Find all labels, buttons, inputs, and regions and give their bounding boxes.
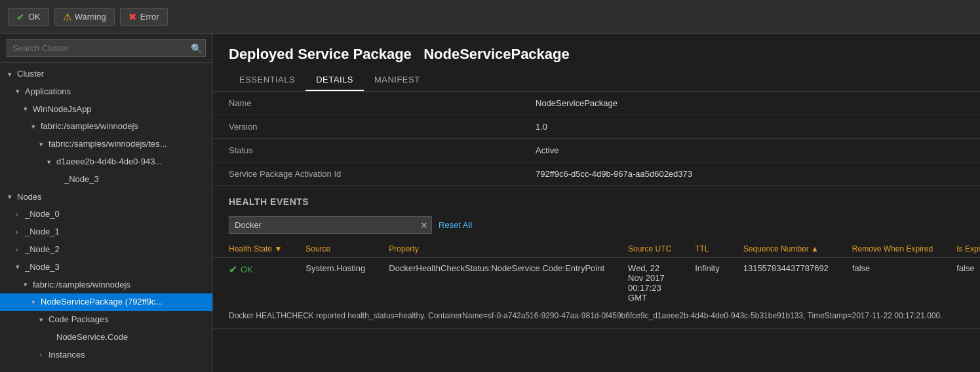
sort-arrow: ▲ [811,244,819,253]
reset-all-link[interactable]: Reset All [439,220,472,230]
tree-item-node3label[interactable]: _Node_3 [0,171,212,189]
health-table: Health State ▼SourcePropertySource UTCTT… [213,240,980,329]
content-area: Deployed Service Package NodeServicePack… [213,34,980,372]
detail-value: Active [520,139,980,162]
tree-item-label: Nodes [17,191,212,204]
tree-item-nodeServiceCode[interactable]: NodeService.Code [0,329,212,346]
health-events-title: HEALTH EVENTS [213,186,980,212]
tree-item-label: NodeServicePackage (792ff9c... [41,295,212,309]
tree-item-label: NodeService.Code [56,331,212,344]
details-row: Service Package Activation Id792ff9c6-d5… [213,162,980,186]
sort-arrow: ▼ [274,244,282,253]
tree-item-applications[interactable]: ▾Applications [0,83,212,101]
tree-item-label: _Node_2 [25,243,212,257]
tree-item-fabricSamplesWinnodejsTes[interactable]: ▾fabric:/samples/winnodejs/tes... [0,136,212,153]
chevron-icon: ▾ [16,86,25,98]
chevron-icon: ▾ [16,261,25,273]
tree-item-label: _Node_0 [25,208,212,221]
chevron-icon: ▾ [8,69,17,81]
detail-label: Version [213,115,520,139]
ok-label: OK [28,12,41,22]
chevron-icon: › [16,244,25,256]
topbar: ✔ OK ⚠ Warning ✖ Error [0,0,980,34]
tree-item-node1[interactable]: ›_Node_1 [0,223,212,241]
detail-label: Service Package Activation Id [213,162,520,186]
error-label: Error [140,12,159,22]
search-icon: 🔍 [191,43,202,54]
tree-item-label: fabric:/samples/winnodejs/tes... [49,138,212,151]
chevron-icon: ▾ [24,279,33,291]
tree-item-fabricSamplesWinnodejsNode3[interactable]: ▾fabric:/samples/winnodejs [0,276,212,294]
health-state-cell: ✔ OK [213,258,290,308]
page-title: Deployed Service Package NodeServicePack… [229,46,964,63]
tab-details[interactable]: DETAILS [305,69,364,91]
details-row: Version1.0 [213,115,980,139]
chevron-icon: › [16,209,25,221]
sequence-number-cell: 131557834437787692 [728,258,836,308]
ok-icon: ✔ [16,11,25,23]
error-button[interactable]: ✖ Error [120,8,168,26]
tree-item-nodeServicePackage[interactable]: ▾NodeServicePackage (792ff9c... [0,293,212,311]
error-icon: ✖ [128,11,137,23]
tree-item-node2[interactable]: ›_Node_2 [0,241,212,259]
details-row: StatusActive [213,139,980,162]
tree-item-instances[interactable]: ›Instances [0,346,212,364]
health-col-health-state[interactable]: Health State ▼ [213,240,290,258]
tree-item-label: d1aeee2b-4d4b-4de0-943... [56,155,212,169]
ok-circle-icon: ✔ [229,263,237,276]
tree-item-cluster[interactable]: ▾Cluster [0,65,212,83]
chevron-icon: › [16,227,25,238]
tree-item-label: _Node_1 [25,225,212,239]
health-description-row: Docker HEALTHCHECK reported health_statu… [213,308,980,329]
chevron-icon: ▾ [47,157,56,168]
tree-item-label: _Node_3 [25,261,212,274]
property-cell: DockerHealthCheckStatus:NodeService.Code… [373,258,612,308]
health-ok-badge: ✔ OK [229,263,282,276]
search-input-wrap: 🔍 [7,39,206,57]
search-input[interactable] [7,39,206,57]
tree-item-fabricSamplesWinnodejs[interactable]: ▾fabric:/samples/winnodejs [0,118,212,136]
chevron-icon: ▾ [31,121,41,133]
tree-item-label: Code Packages [49,313,212,327]
tree-item-node0[interactable]: ›_Node_0 [0,206,212,223]
tree-item-label: Cluster [17,67,212,81]
ok-button[interactable]: ✔ OK [8,8,49,26]
tree-item-codePackages[interactable]: ▾Code Packages [0,311,212,329]
health-col-sequence-number[interactable]: Sequence Number ▲ [728,240,836,258]
filter-row: ✕ Reset All [213,212,980,240]
tree-item-label: fabric:/samples/winnodejs [33,278,212,292]
health-col-remove-when-expired: Remove When Expired [836,240,941,258]
tree: ▾Cluster▾Applications▾WinNodeJsApp▾fabri… [0,63,212,372]
is-expired-cell: false [941,258,980,308]
source-cell: System.Hosting [290,258,373,308]
warning-button[interactable]: ⚠ Warning [54,8,115,26]
chevron-icon: ▾ [39,314,49,326]
filter-input-wrap: ✕ [229,216,432,234]
title-name: NodeServicePackage [423,46,570,62]
filter-input[interactable] [229,216,432,234]
detail-value: NodeServicePackage [520,92,980,115]
warning-icon: ⚠ [63,11,71,23]
source-utc-cell: Wed, 22 Nov 2017 00:17:23 GMT [612,258,679,308]
sidebar: 🔍 ▾Cluster▾Applications▾WinNodeJsApp▾fab… [0,34,213,372]
chevron-icon: › [39,349,49,361]
clear-icon[interactable]: ✕ [420,220,428,231]
remove-when-expired-cell: false [836,258,941,308]
tree-item-label: Instances [49,348,212,362]
tree-item-label: WinNodeJsApp [33,103,212,117]
details-table: NameNodeServicePackageVersion1.0StatusAc… [213,92,980,186]
tree-item-node3[interactable]: ▾_Node_3 [0,259,212,276]
tab-essentials[interactable]: ESSENTIALS [229,69,305,91]
tree-item-nodes[interactable]: ▾Nodes [0,189,212,206]
health-col-source-utc: Source UTC [612,240,679,258]
title-prefix: Deployed Service Package [229,46,412,62]
health-col-property: Property [373,240,612,258]
health-description: Docker HEALTHCHECK reported health_statu… [213,308,980,329]
health-table-row: ✔ OKSystem.HostingDockerHealthCheckStatu… [213,258,980,308]
tree-item-d1aeee2b[interactable]: ▾d1aeee2b-4d4b-4de0-943... [0,153,212,171]
tab-manifest[interactable]: MANIFEST [364,69,431,91]
content-header: Deployed Service Package NodeServicePack… [213,34,980,69]
chevron-icon: ▾ [24,103,33,115]
detail-value: 1.0 [520,115,980,139]
tree-item-winNodeJsApp[interactable]: ▾WinNodeJsApp [0,101,212,119]
